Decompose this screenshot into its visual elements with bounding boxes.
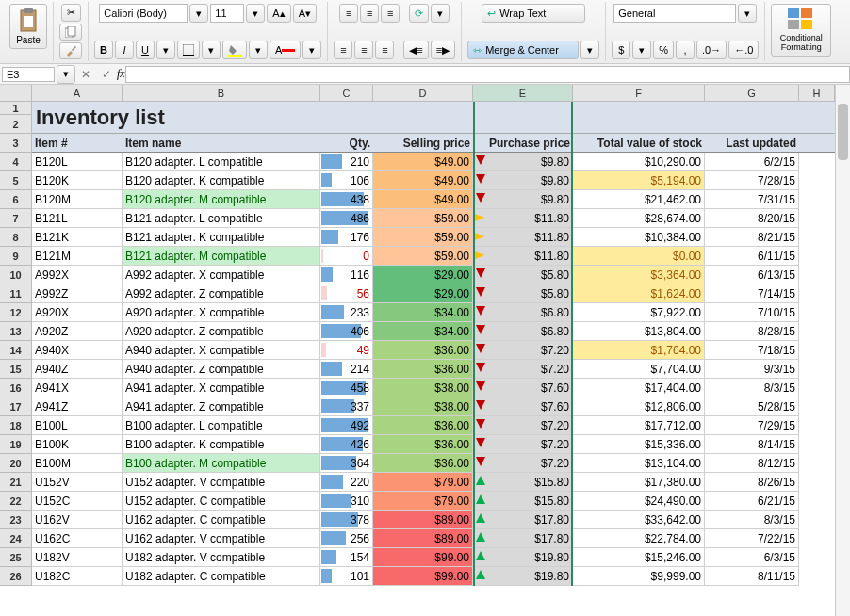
accept-formula-button[interactable]: ✓ [96, 65, 117, 84]
table-row[interactable]: U162VU162 adapter. C compatible378$89.00… [32, 511, 835, 529]
decrease-font-button[interactable]: A▾ [293, 4, 317, 23]
table-header[interactable]: Purchase price [473, 134, 573, 153]
table-row[interactable]: B100LB100 adapter. L compatible492$36.00… [32, 416, 835, 435]
table-row[interactable]: B100KB100 adapter. K compatible426$36.00… [32, 435, 835, 454]
table-row[interactable]: A920ZA920 adapter. Z compatible406$34.00… [32, 322, 835, 341]
row-header-16[interactable]: 16 [0, 379, 32, 397]
table-row[interactable]: U162CU162 adapter. V compatible256$89.00… [32, 529, 835, 548]
row-header-13[interactable]: 13 [0, 322, 32, 341]
table-row[interactable]: B121MB121 adapter. M compatible0$59.00$1… [32, 247, 835, 266]
cut-button[interactable]: ✂ [61, 4, 81, 22]
decrease-indent-button[interactable]: ◀≡ [403, 41, 428, 59]
table-row[interactable]: A941ZA941 adapter. Z compatible337$38.00… [32, 397, 835, 416]
row-header-2[interactable]: 2 [0, 115, 32, 134]
table-row[interactable]: B100MB100 adapter. M compatible364$36.00… [32, 454, 835, 473]
table-row[interactable]: B120MB120 adapter. M compatible438$49.00… [32, 190, 835, 209]
font-size-select[interactable] [210, 4, 244, 23]
align-middle-button[interactable]: ≡ [360, 4, 379, 23]
table-row[interactable]: B121LB121 adapter. L compatible486$59.00… [32, 209, 835, 228]
border-dropdown[interactable]: ▾ [202, 41, 221, 59]
select-all-corner[interactable] [0, 85, 32, 102]
decrease-decimal-button[interactable]: ←.0 [728, 41, 759, 59]
conditional-formatting-button[interactable]: Conditional Formatting [771, 4, 831, 57]
table-row[interactable]: U182VU182 adapter. V compatible154$99.00… [32, 548, 835, 567]
spreadsheet-grid[interactable]: ABCDEFGH 1234567891011121314151617181920… [0, 85, 850, 616]
bold-button[interactable]: B [94, 41, 113, 59]
row-header-3[interactable]: 3 [0, 134, 32, 153]
row-header-18[interactable]: 18 [0, 416, 32, 435]
column-header-F[interactable]: F [573, 85, 705, 101]
wrap-text-button[interactable]: ↩Wrap Text [482, 4, 585, 23]
row-header-19[interactable]: 19 [0, 435, 32, 454]
underline-dropdown[interactable]: ▾ [156, 41, 175, 59]
table-row[interactable]: A940XA940 adapter. X compatible49$36.00$… [32, 341, 835, 360]
format-painter-button[interactable] [59, 42, 82, 59]
row-header-24[interactable]: 24 [0, 529, 32, 548]
table-header[interactable]: Last updated [705, 134, 799, 153]
row-header-21[interactable]: 21 [0, 473, 32, 492]
font-name-select[interactable] [99, 4, 188, 23]
column-header-H[interactable]: H [799, 85, 835, 101]
row-header-20[interactable]: 20 [0, 454, 32, 473]
currency-dropdown[interactable]: ▾ [632, 41, 651, 59]
paste-button[interactable]: Paste [9, 4, 47, 49]
fill-color-dropdown[interactable]: ▾ [249, 41, 268, 59]
row-header-7[interactable]: 7 [0, 209, 32, 228]
table-row[interactable]: A941XA941 adapter. X compatible458$38.00… [32, 379, 835, 397]
row-header-1[interactable]: 1 [0, 102, 32, 115]
table-header[interactable]: Item # [32, 134, 123, 153]
increase-font-button[interactable]: A▴ [267, 4, 290, 23]
row-header-4[interactable]: 4 [0, 153, 32, 171]
table-header[interactable]: Selling price [373, 134, 473, 153]
row-header-5[interactable]: 5 [0, 171, 32, 190]
table-row[interactable]: U182CU182 adapter. C compatible101$99.00… [32, 567, 835, 586]
merge-dropdown[interactable]: ▾ [580, 41, 599, 59]
border-button[interactable] [177, 41, 200, 59]
name-box[interactable] [2, 67, 55, 82]
orientation-dropdown[interactable]: ▾ [431, 4, 450, 23]
table-row[interactable]: U152CU152 adapter. C compatible310$79.00… [32, 492, 835, 511]
table-row[interactable]: B121KB121 adapter. K compatible176$59.00… [32, 228, 835, 247]
row-header-8[interactable]: 8 [0, 228, 32, 247]
font-color-button[interactable]: A [270, 41, 301, 59]
row-header-12[interactable]: 12 [0, 303, 32, 322]
row-header-6[interactable]: 6 [0, 190, 32, 209]
fill-color-button[interactable] [222, 41, 247, 59]
table-row[interactable]: U152VU152 adapter. V compatible220$79.00… [32, 473, 835, 492]
align-bottom-button[interactable]: ≡ [381, 4, 400, 23]
column-header-G[interactable]: G [705, 85, 799, 101]
percent-button[interactable]: % [653, 41, 674, 59]
row-header-23[interactable]: 23 [0, 511, 32, 529]
number-format-dropdown[interactable]: ▾ [738, 4, 757, 23]
scroll-thumb[interactable] [838, 104, 848, 160]
row-header-10[interactable]: 10 [0, 266, 32, 284]
row-header-17[interactable]: 17 [0, 397, 32, 416]
align-center-button[interactable]: ≡ [354, 41, 373, 59]
table-row[interactable]: A940ZA940 adapter. Z compatible214$36.00… [32, 360, 835, 379]
row-header-15[interactable]: 15 [0, 360, 32, 379]
table-row[interactable]: B120LB120 adapter. L compatible210$49.00… [32, 153, 835, 171]
align-right-button[interactable]: ≡ [375, 41, 394, 59]
row-header-9[interactable]: 9 [0, 247, 32, 266]
cancel-formula-button[interactable]: ✕ [75, 65, 96, 84]
table-row[interactable]: A992ZA992 adapter. Z compatible56$29.00$… [32, 284, 835, 303]
number-format-select[interactable] [613, 4, 736, 23]
italic-button[interactable]: I [115, 41, 134, 59]
merge-center-button[interactable]: ⇿Merge & Center [467, 41, 579, 59]
row-header-14[interactable]: 14 [0, 341, 32, 360]
row-header-26[interactable]: 26 [0, 567, 32, 586]
font-name-dropdown[interactable]: ▾ [189, 4, 208, 23]
font-color-dropdown[interactable]: ▾ [302, 41, 321, 59]
column-header-E[interactable]: E [473, 85, 573, 101]
row-header-11[interactable]: 11 [0, 284, 32, 303]
currency-button[interactable]: $ [612, 41, 630, 59]
orientation-button[interactable]: ⟳ [409, 4, 429, 23]
row-header-25[interactable]: 25 [0, 548, 32, 567]
table-header[interactable]: Total value of stock [573, 134, 705, 153]
formula-input[interactable] [125, 66, 850, 83]
increase-indent-button[interactable]: ≡▶ [431, 41, 455, 59]
underline-button[interactable]: U [136, 41, 155, 59]
name-box-dropdown[interactable]: ▾ [57, 65, 75, 84]
table-header[interactable]: Qty. [320, 134, 373, 153]
table-row[interactable]: B120KB120 adapter. K compatible106$49.00… [32, 171, 835, 190]
